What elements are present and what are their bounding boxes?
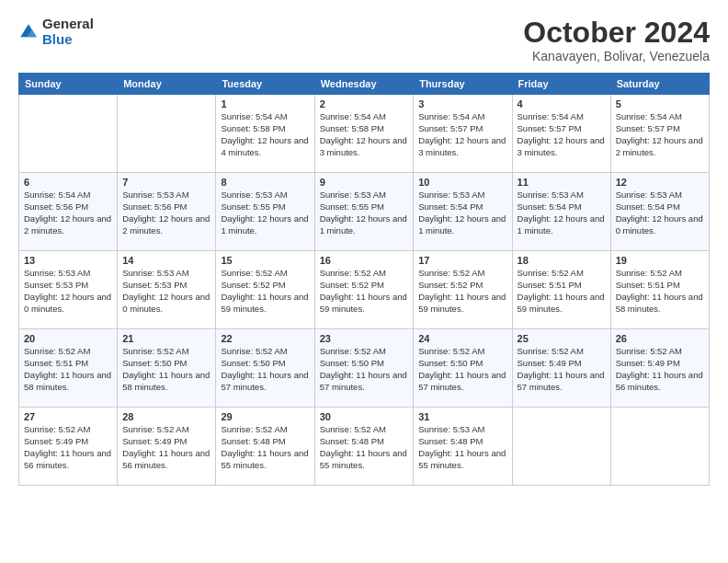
calendar-cell: 24Sunrise: 5:52 AM Sunset: 5:50 PM Dayli… <box>414 329 512 408</box>
calendar-cell: 3Sunrise: 5:54 AM Sunset: 5:57 PM Daylig… <box>414 95 512 173</box>
day-info: Sunrise: 5:52 AM Sunset: 5:50 PM Dayligh… <box>221 346 309 393</box>
calendar-cell <box>610 408 709 486</box>
day-info: Sunrise: 5:53 AM Sunset: 5:55 PM Dayligh… <box>221 190 309 236</box>
calendar-cell: 9Sunrise: 5:53 AM Sunset: 5:55 PM Daylig… <box>314 173 414 251</box>
day-info: Sunrise: 5:53 AM Sunset: 5:53 PM Dayligh… <box>24 268 112 315</box>
day-info: Sunrise: 5:52 AM Sunset: 5:49 PM Dayligh… <box>518 346 606 393</box>
day-number: 16 <box>320 255 409 266</box>
col-wednesday: Wednesday <box>314 74 414 95</box>
day-number: 11 <box>518 177 606 188</box>
calendar-cell: 6Sunrise: 5:54 AM Sunset: 5:56 PM Daylig… <box>19 173 118 251</box>
day-number: 22 <box>221 333 309 344</box>
col-monday: Monday <box>118 74 216 95</box>
day-number: 17 <box>418 255 506 266</box>
calendar-cell: 31Sunrise: 5:53 AM Sunset: 5:48 PM Dayli… <box>414 408 512 486</box>
calendar-week-row: 20Sunrise: 5:52 AM Sunset: 5:51 PM Dayli… <box>19 329 710 408</box>
day-info: Sunrise: 5:52 AM Sunset: 5:49 PM Dayligh… <box>24 424 112 471</box>
calendar-cell <box>118 95 216 173</box>
day-number: 31 <box>418 411 506 422</box>
calendar-cell: 28Sunrise: 5:52 AM Sunset: 5:49 PM Dayli… <box>118 408 216 486</box>
day-info: Sunrise: 5:53 AM Sunset: 5:48 PM Dayligh… <box>418 424 506 471</box>
calendar-cell: 30Sunrise: 5:52 AM Sunset: 5:48 PM Dayli… <box>314 408 414 486</box>
page-header: General Blue October 2024 Kanavayen, Bol… <box>18 17 710 63</box>
calendar-cell: 14Sunrise: 5:53 AM Sunset: 5:53 PM Dayli… <box>118 251 216 329</box>
calendar-cell: 21Sunrise: 5:52 AM Sunset: 5:50 PM Dayli… <box>118 329 216 408</box>
day-number: 24 <box>418 333 506 344</box>
day-info: Sunrise: 5:53 AM Sunset: 5:55 PM Dayligh… <box>320 190 409 236</box>
calendar-cell: 22Sunrise: 5:52 AM Sunset: 5:50 PM Dayli… <box>216 329 314 408</box>
title-section: October 2024 Kanavayen, Bolivar, Venezue… <box>523 17 710 63</box>
day-info: Sunrise: 5:52 AM Sunset: 5:51 PM Dayligh… <box>616 268 704 315</box>
day-info: Sunrise: 5:52 AM Sunset: 5:50 PM Dayligh… <box>122 346 210 393</box>
col-saturday: Saturday <box>610 74 709 95</box>
day-number: 27 <box>24 411 112 422</box>
day-info: Sunrise: 5:52 AM Sunset: 5:50 PM Dayligh… <box>418 346 506 393</box>
calendar-cell: 13Sunrise: 5:53 AM Sunset: 5:53 PM Dayli… <box>19 251 118 329</box>
calendar-week-row: 27Sunrise: 5:52 AM Sunset: 5:49 PM Dayli… <box>19 408 710 486</box>
day-number: 14 <box>122 255 210 266</box>
day-info: Sunrise: 5:54 AM Sunset: 5:57 PM Dayligh… <box>616 111 704 158</box>
calendar-cell: 2Sunrise: 5:54 AM Sunset: 5:58 PM Daylig… <box>314 95 414 173</box>
day-info: Sunrise: 5:52 AM Sunset: 5:52 PM Dayligh… <box>418 268 506 315</box>
calendar-week-row: 6Sunrise: 5:54 AM Sunset: 5:56 PM Daylig… <box>19 173 710 251</box>
calendar-cell <box>19 95 118 173</box>
day-number: 23 <box>320 333 409 344</box>
col-sunday: Sunday <box>19 74 118 95</box>
day-info: Sunrise: 5:53 AM Sunset: 5:54 PM Dayligh… <box>518 190 606 236</box>
day-info: Sunrise: 5:52 AM Sunset: 5:51 PM Dayligh… <box>518 268 606 315</box>
day-number: 13 <box>24 255 112 266</box>
day-number: 25 <box>518 333 606 344</box>
calendar-cell: 5Sunrise: 5:54 AM Sunset: 5:57 PM Daylig… <box>610 95 709 173</box>
calendar-cell: 16Sunrise: 5:52 AM Sunset: 5:52 PM Dayli… <box>314 251 414 329</box>
day-number: 10 <box>418 177 506 188</box>
col-tuesday: Tuesday <box>216 74 314 95</box>
calendar-cell: 27Sunrise: 5:52 AM Sunset: 5:49 PM Dayli… <box>19 408 118 486</box>
calendar-cell: 8Sunrise: 5:53 AM Sunset: 5:55 PM Daylig… <box>216 173 314 251</box>
calendar-cell: 18Sunrise: 5:52 AM Sunset: 5:51 PM Dayli… <box>512 251 610 329</box>
calendar-cell: 20Sunrise: 5:52 AM Sunset: 5:51 PM Dayli… <box>19 329 118 408</box>
calendar-cell: 26Sunrise: 5:52 AM Sunset: 5:49 PM Dayli… <box>610 329 709 408</box>
day-info: Sunrise: 5:53 AM Sunset: 5:53 PM Dayligh… <box>122 268 210 315</box>
month-title: October 2024 <box>523 17 710 49</box>
day-info: Sunrise: 5:52 AM Sunset: 5:52 PM Dayligh… <box>320 268 409 315</box>
day-number: 3 <box>418 98 506 109</box>
day-info: Sunrise: 5:52 AM Sunset: 5:49 PM Dayligh… <box>122 424 210 471</box>
calendar-cell: 10Sunrise: 5:53 AM Sunset: 5:54 PM Dayli… <box>414 173 512 251</box>
day-number: 9 <box>320 177 409 188</box>
day-number: 6 <box>24 177 112 188</box>
day-number: 29 <box>221 411 309 422</box>
logo: General Blue <box>18 17 94 47</box>
day-info: Sunrise: 5:52 AM Sunset: 5:48 PM Dayligh… <box>221 424 309 471</box>
day-number: 28 <box>122 411 210 422</box>
day-number: 20 <box>24 333 112 344</box>
col-thursday: Thursday <box>414 74 512 95</box>
day-info: Sunrise: 5:54 AM Sunset: 5:56 PM Dayligh… <box>24 190 112 236</box>
logo-blue: Blue <box>42 32 94 48</box>
day-info: Sunrise: 5:54 AM Sunset: 5:58 PM Dayligh… <box>221 111 309 158</box>
day-number: 15 <box>221 255 309 266</box>
calendar-week-row: 1Sunrise: 5:54 AM Sunset: 5:58 PM Daylig… <box>19 95 710 173</box>
day-number: 12 <box>616 177 704 188</box>
day-info: Sunrise: 5:52 AM Sunset: 5:49 PM Dayligh… <box>616 346 704 393</box>
day-info: Sunrise: 5:53 AM Sunset: 5:56 PM Dayligh… <box>122 190 210 236</box>
calendar-cell: 19Sunrise: 5:52 AM Sunset: 5:51 PM Dayli… <box>610 251 709 329</box>
calendar-cell: 15Sunrise: 5:52 AM Sunset: 5:52 PM Dayli… <box>216 251 314 329</box>
day-number: 1 <box>221 98 309 109</box>
calendar-cell: 11Sunrise: 5:53 AM Sunset: 5:54 PM Dayli… <box>512 173 610 251</box>
day-number: 8 <box>221 177 309 188</box>
calendar-cell: 17Sunrise: 5:52 AM Sunset: 5:52 PM Dayli… <box>414 251 512 329</box>
calendar-cell <box>512 408 610 486</box>
day-number: 19 <box>616 255 704 266</box>
calendar-cell: 25Sunrise: 5:52 AM Sunset: 5:49 PM Dayli… <box>512 329 610 408</box>
day-number: 21 <box>122 333 210 344</box>
calendar-cell: 23Sunrise: 5:52 AM Sunset: 5:50 PM Dayli… <box>314 329 414 408</box>
calendar-header-row: Sunday Monday Tuesday Wednesday Thursday… <box>19 74 710 95</box>
calendar-week-row: 13Sunrise: 5:53 AM Sunset: 5:53 PM Dayli… <box>19 251 710 329</box>
logo-icon <box>18 22 39 42</box>
day-number: 2 <box>320 98 409 109</box>
day-info: Sunrise: 5:53 AM Sunset: 5:54 PM Dayligh… <box>418 190 506 236</box>
day-info: Sunrise: 5:52 AM Sunset: 5:50 PM Dayligh… <box>320 346 409 393</box>
calendar: Sunday Monday Tuesday Wednesday Thursday… <box>18 73 710 486</box>
calendar-cell: 12Sunrise: 5:53 AM Sunset: 5:54 PM Dayli… <box>610 173 709 251</box>
calendar-cell: 4Sunrise: 5:54 AM Sunset: 5:57 PM Daylig… <box>512 95 610 173</box>
